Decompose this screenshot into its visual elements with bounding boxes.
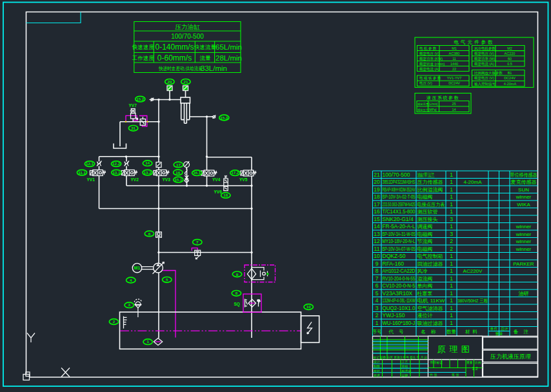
svg-text:批准: 批准: [374, 373, 380, 378]
svg-text:1: 1: [450, 193, 453, 200]
svg-text:第 张: 第 张: [452, 373, 459, 377]
svg-text:YV1-YV7: YV1-YV7: [447, 76, 462, 80]
svg-text:132M-4P-4-38L-11KW: 132M-4P-4-38L-11KW: [383, 297, 416, 304]
svg-text:SUN: SUN: [518, 187, 529, 193]
svg-text:8: 8: [235, 291, 238, 295]
svg-text:2: 2: [113, 319, 115, 324]
svg-text:柱塞泵: 柱塞泵: [417, 291, 433, 297]
svg-text:0-140mm/s: 0-140mm/s: [155, 43, 194, 52]
svg-text:1: 1: [450, 305, 453, 311]
svg-text:12.1: 12.1: [86, 161, 94, 166]
svg-text:DQKZ-50: DQKZ-50: [383, 253, 406, 259]
svg-text:调速阀: 调速阀: [417, 224, 433, 230]
svg-text:16: 16: [374, 208, 380, 215]
svg-text:4-20mA: 4-20mA: [504, 82, 517, 86]
svg-text:电 机 参 数: 电 机 参 数: [419, 46, 437, 51]
svg-text:M1: M1: [452, 46, 457, 50]
svg-text:审核: 审核: [402, 364, 408, 368]
svg-text:带位移传感器: 带位移传感器: [510, 172, 537, 178]
svg-text:60: 60: [508, 57, 512, 61]
svg-text:12.2: 12.2: [112, 161, 121, 166]
svg-text:3: 3: [450, 216, 453, 222]
svg-text:[L/min]: [L/min]: [429, 103, 438, 106]
svg-text:压力传感器: 压力传感器: [417, 179, 443, 185]
svg-text:1: 1: [450, 253, 453, 259]
svg-text:RV10-204-0-N-55: RV10-204-0-N-55: [383, 275, 416, 282]
svg-text:总计: 总计: [500, 327, 508, 331]
svg-text:名称: 名称: [421, 329, 441, 335]
svg-text:13.2: 13.2: [144, 170, 152, 175]
svg-text:QUQ2-10X1.0: QUQ2-10X1.0: [383, 305, 416, 311]
svg-text:比例阀放大板参数: 比例阀放大板参数: [474, 71, 503, 75]
svg-text:M2: M2: [507, 46, 512, 50]
svg-text:电压 (V): 电压 (V): [419, 81, 432, 85]
svg-text:1: 1: [450, 179, 453, 185]
svg-text:WU-160*180-J: WU-160*180-J: [383, 320, 416, 326]
svg-text:T/C14X1.5-800: T/C14X1.5-800: [383, 208, 416, 215]
svg-text:风冷电机参数: 风冷电机参数: [474, 46, 496, 51]
svg-text:1: 1: [450, 297, 453, 304]
svg-text:14: 14: [452, 108, 456, 112]
svg-text:重量: 重量: [496, 331, 503, 336]
svg-text:额定电压 (V): 额定电压 (V): [474, 52, 494, 56]
svg-text:10: 10: [306, 304, 311, 309]
svg-text:设计: 设计: [373, 360, 380, 364]
svg-text:3: 3: [376, 305, 379, 311]
svg-text:V23A3R10X: V23A3R10X: [383, 290, 413, 297]
svg-text:额定电流 (A): 额定电流 (A): [419, 67, 439, 72]
svg-text:4-20mA: 4-20mA: [463, 179, 482, 185]
svg-text:14: 14: [145, 161, 150, 165]
svg-text:CV10-20-0-N-5: CV10-20-0-N-5: [383, 282, 416, 289]
svg-text:流量: 流量: [200, 55, 212, 61]
svg-text:吸油过滤器: 吸油过滤器: [417, 320, 443, 326]
svg-text:YV5: YV5: [239, 177, 248, 182]
svg-text:17: 17: [374, 201, 380, 208]
svg-text:1: 1: [450, 260, 453, 267]
svg-text:电气控制箱: 电气控制箱: [417, 253, 443, 259]
svg-text:阶段标记: 阶段标记: [430, 360, 443, 365]
svg-text:输入控制信号: 输入控制信号: [474, 82, 496, 86]
svg-text:9: 9: [236, 272, 239, 277]
svg-text:9: 9: [376, 260, 379, 267]
svg-text:13.1: 13.1: [112, 170, 121, 175]
svg-text:电磁阀: 电磁阀: [417, 231, 433, 237]
svg-text:标记 处数 分区 更改文件号 签名 年,月,日: 标记 处数 分区 更改文件号 签名 年,月,日: [373, 355, 428, 360]
svg-text:额定电流 (A): 额定电流 (A): [474, 62, 494, 66]
svg-text:winner: winner: [516, 194, 532, 200]
svg-text:数量: 数量: [446, 329, 457, 335]
svg-text:代号: 代号: [388, 329, 409, 335]
svg-text:33L/min: 33L/min: [201, 64, 227, 72]
svg-text:8: 8: [376, 268, 379, 274]
svg-text:快进时走差动,供给流量: 快进时走差动,供给流量: [158, 66, 203, 72]
svg-text:比例溢流阀: 比例溢流阀: [417, 187, 443, 193]
svg-text:额定流量: 额定流量: [417, 103, 429, 106]
svg-text:测压接头: 测压接头: [417, 217, 438, 222]
svg-text:380V/50HZ 三相: 380V/50HZ 三相: [457, 298, 488, 304]
svg-text:WIKA: WIKA: [517, 202, 530, 208]
svg-text:PARKER: PARKER: [513, 261, 534, 267]
svg-text:空气滤清器: 空气滤清器: [417, 306, 443, 311]
svg-text:5: 5: [166, 277, 168, 282]
svg-text:YV3: YV3: [163, 177, 171, 182]
svg-text:14: 14: [374, 223, 380, 230]
svg-text:3851DP4321MA5HS: 3851DP4321MA5HS: [383, 179, 416, 185]
svg-text:DC24V: DC24V: [504, 76, 516, 80]
svg-text:18: 18: [223, 193, 228, 197]
svg-text:麦克传感器: 麦克传感器: [511, 179, 537, 185]
svg-text:1:2: 1:2: [472, 366, 477, 371]
svg-text:AH1012-CA22D: AH1012-CA22D: [383, 268, 416, 274]
svg-text:额定电压 (V): 额定电压 (V): [474, 76, 494, 81]
svg-text:65L/min: 65L/min: [215, 43, 242, 51]
svg-text:18: 18: [374, 193, 380, 200]
svg-text:4: 4: [376, 297, 379, 304]
svg-text:测压软管: 测压软管: [417, 209, 438, 215]
svg-text:B1: B1: [508, 71, 512, 75]
svg-text:YWJ-150: YWJ-150: [383, 312, 405, 318]
svg-text:回油过滤器: 回油过滤器: [417, 261, 443, 267]
svg-text:1: 1: [450, 201, 453, 208]
svg-text:日期: 日期: [402, 373, 408, 378]
svg-text:13: 13: [374, 231, 380, 237]
svg-text:winner: winner: [516, 239, 532, 244]
svg-text:25: 25: [452, 102, 456, 106]
svg-text:1: 1: [450, 208, 453, 215]
